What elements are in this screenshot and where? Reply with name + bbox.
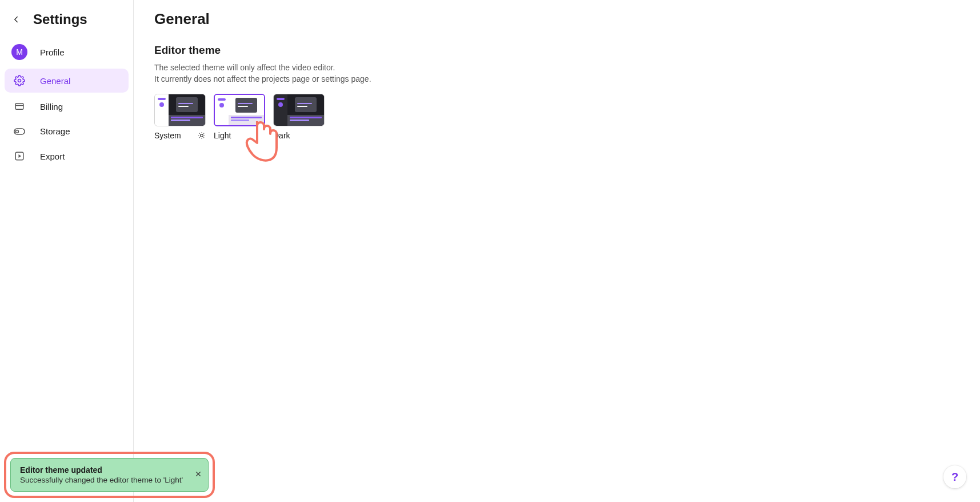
svg-line-11 xyxy=(203,137,204,138)
section-description: The selected theme will only affect the … xyxy=(154,62,980,85)
toast-notification: Editor theme updated Successfully change… xyxy=(10,458,209,492)
back-button[interactable] xyxy=(9,13,23,26)
chevron-left-icon xyxy=(11,14,21,25)
sidebar-item-label: Storage xyxy=(40,126,70,136)
sidebar-item-general[interactable]: General xyxy=(5,69,129,93)
sidebar-item-label: Profile xyxy=(40,47,65,57)
theme-thumbnail-light xyxy=(214,94,265,126)
main-content: General Editor theme The selected theme … xyxy=(154,10,980,140)
section-title: Editor theme xyxy=(154,44,980,57)
sun-icon xyxy=(198,132,206,140)
sidebar-item-profile[interactable]: M Profile xyxy=(5,38,129,66)
gear-icon xyxy=(11,75,27,86)
close-icon xyxy=(194,470,202,478)
svg-line-15 xyxy=(203,133,204,134)
card-icon xyxy=(11,101,27,111)
sidebar-item-storage[interactable]: Storage xyxy=(5,120,129,142)
toast-message: Successfully changed the editor theme to… xyxy=(20,476,183,484)
svg-rect-1 xyxy=(15,103,23,110)
sidebar-header: Settings xyxy=(5,0,129,38)
sidebar-item-export[interactable]: Export xyxy=(5,145,129,168)
theme-option-dark[interactable]: Dark xyxy=(273,94,325,140)
sidebar-item-billing[interactable]: Billing xyxy=(5,95,129,118)
avatar: M xyxy=(11,44,27,60)
theme-label: System xyxy=(154,131,181,140)
toast-close-button[interactable] xyxy=(194,470,202,480)
theme-option-light[interactable]: Light xyxy=(214,94,265,140)
theme-label: Light xyxy=(214,131,231,140)
theme-thumbnail-dark xyxy=(273,94,325,126)
sidebar-item-label: General xyxy=(40,76,70,86)
theme-option-system[interactable]: System xyxy=(154,94,206,140)
sidebar: Settings M Profile General Billing Stora… xyxy=(0,0,134,502)
svg-point-4 xyxy=(15,130,18,133)
help-icon: ? xyxy=(951,471,958,484)
theme-options: System Light xyxy=(154,94,980,140)
play-square-icon xyxy=(11,151,27,161)
theme-thumbnail-system xyxy=(154,94,206,126)
svg-marker-6 xyxy=(19,154,22,158)
theme-label: Dark xyxy=(273,131,290,140)
help-button[interactable]: ? xyxy=(943,465,966,488)
toast-highlight: Editor theme updated Successfully change… xyxy=(4,452,215,498)
sidebar-item-label: Billing xyxy=(40,102,63,111)
svg-line-10 xyxy=(199,133,200,134)
toggle-icon xyxy=(11,128,27,135)
sidebar-title: Settings xyxy=(33,11,87,27)
svg-point-7 xyxy=(201,134,203,137)
sidebar-item-label: Export xyxy=(40,152,65,161)
svg-line-14 xyxy=(199,137,200,138)
toast-title: Editor theme updated xyxy=(20,465,183,475)
page-title: General xyxy=(154,10,980,28)
svg-point-0 xyxy=(18,79,21,82)
